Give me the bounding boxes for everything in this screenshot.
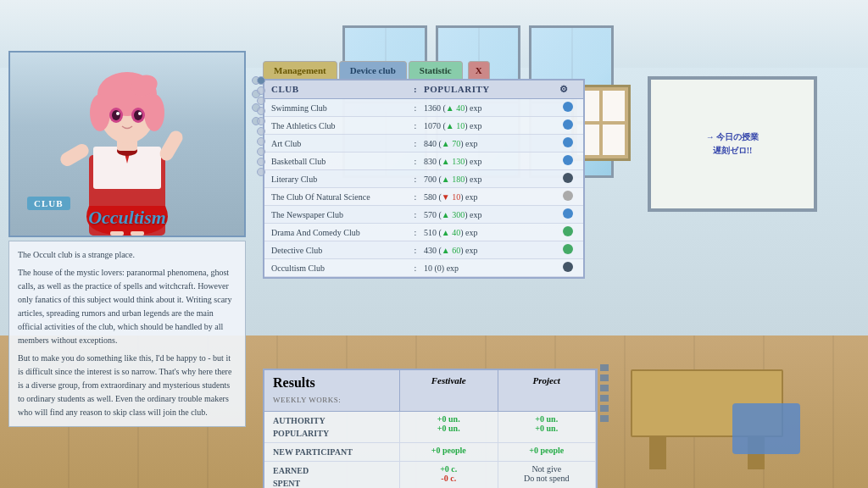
scroll-indicator[interactable]: [257, 127, 265, 136]
scroll-indicator[interactable]: [257, 97, 265, 105]
svg-point-7: [90, 94, 110, 131]
tab-close-button[interactable]: X: [468, 61, 490, 79]
description-p1: The Occult club is a strange place.: [18, 248, 236, 262]
svg-rect-18: [110, 231, 124, 236]
scroll-indicator[interactable]: [257, 86, 265, 95]
table-row: Art club : 840 (▲ 70) exp: [264, 135, 583, 152]
tab-device-club[interactable]: Device club: [339, 61, 407, 79]
results-title: Results: [273, 375, 315, 390]
results-scroll-1[interactable]: [600, 364, 609, 371]
svg-rect-19: [131, 231, 144, 236]
results-subtitle: Weekly works:: [273, 396, 341, 404]
tab-statistic[interactable]: Statistic: [409, 61, 463, 79]
svg-rect-16: [58, 141, 91, 169]
club-name-cell: The newspaper club: [271, 210, 407, 219]
results-scroll-2[interactable]: [600, 374, 609, 381]
description-box: The Occult club is a strange place. The …: [8, 241, 246, 427]
results-scroll-6[interactable]: [600, 415, 609, 422]
results-title-cell: Results Weekly works:: [264, 370, 400, 412]
tab-management[interactable]: Management: [263, 61, 337, 79]
results-scroll-indicators: [599, 364, 609, 483]
svg-point-15: [138, 112, 142, 115]
classroom-chair: [732, 403, 800, 454]
club-name-cell: Drama and Comedy Club: [271, 228, 407, 237]
results-scroll-4[interactable]: [600, 395, 609, 402]
table-row: Swimming club : 1360 (▲ 40) exp: [264, 99, 583, 117]
results-panel: Results Weekly works: Festivale Project …: [263, 369, 598, 488]
tab-bar: Management Device club Statistic X: [263, 61, 598, 79]
results-festivale-authority: +0 un. +0 un.: [400, 412, 498, 443]
header-popularity: Popularity: [424, 84, 559, 95]
club-name-cell: The club of natural science: [271, 192, 407, 202]
table-row: Occultism club : 10 (0) exp: [264, 259, 583, 277]
description-p3: But to make you do something like this, …: [18, 352, 236, 419]
results-project-earned: Not give Do not spend: [498, 462, 597, 488]
results-label-authority: AuthorityPopularity: [264, 412, 400, 443]
scroll-indicator[interactable]: [257, 147, 265, 156]
results-festivale-earned: +0 c. -0 c.: [400, 462, 498, 488]
scroll-indicator[interactable]: [257, 168, 265, 176]
svg-point-12: [112, 110, 120, 120]
table-row: The Athletics Club : 1070 (▲ 10) exp: [264, 117, 583, 135]
table-row: The newspaper club : 570 (▲ 300) exp: [264, 206, 583, 224]
table-scroll-indicators: [256, 76, 266, 364]
results-scroll-5[interactable]: [600, 405, 609, 412]
whiteboard: → 今日の授業 遅刻ゼロ!!: [648, 76, 817, 212]
svg-point-14: [116, 112, 120, 115]
main-panel-wrapper: Management Device club Statistic X Club …: [263, 61, 598, 279]
club-name-cell: Art club: [271, 139, 407, 148]
table-row: The club of natural science : 580 (▼ 10)…: [264, 188, 583, 206]
results-project-header: Project: [498, 370, 597, 412]
whiteboard-text: → 今日の授業 遅刻ゼロ!!: [706, 130, 760, 158]
scroll-indicator[interactable]: [257, 107, 265, 115]
game-container: → 今日の授業 遅刻ゼロ!!: [0, 0, 868, 488]
results-label-earned: EarnedSpent: [264, 462, 400, 488]
table-row: Basketball club : 830 (▲ 130) exp: [264, 152, 583, 170]
club-name-cell: The Athletics Club: [271, 121, 407, 130]
results-festivale-participant: +0 people: [400, 443, 498, 462]
table-header: Club : Popularity ⚙: [264, 80, 583, 99]
svg-point-8: [144, 94, 164, 131]
scroll-indicator[interactable]: [257, 76, 265, 85]
table-row: Literary club : 700 (▲ 180) exp: [264, 170, 583, 188]
results-project-participant: +0 people: [498, 443, 597, 462]
club-table: Club : Popularity ⚙ Swimming club : 1360…: [263, 79, 585, 279]
club-name: Occultism: [19, 207, 236, 229]
description-p2: The house of the mystic lovers: paranorm…: [18, 266, 236, 347]
results-scroll-3[interactable]: [600, 385, 609, 391]
scroll-indicator[interactable]: [257, 137, 265, 146]
club-name-cell: Basketball club: [271, 157, 407, 166]
scroll-indicator[interactable]: [257, 117, 265, 125]
bulletin-item-4: [603, 125, 625, 155]
svg-rect-17: [158, 129, 186, 164]
left-panel: CLUB Occultism The Occult club is a stra…: [8, 51, 259, 474]
results-grid: Results Weekly works: Festivale Project …: [264, 370, 596, 488]
club-name-cell: Literary club: [271, 175, 407, 184]
club-name-cell: Detective Club: [271, 246, 407, 255]
header-club: Club: [271, 84, 407, 95]
header-icon: ⚙: [559, 84, 576, 95]
results-label-participant: New participant: [264, 443, 400, 462]
club-name-cell: Swimming club: [271, 103, 407, 113]
bulletin-item-2: [603, 91, 625, 121]
results-festivale-header: Festivale: [400, 370, 498, 412]
club-name-cell: Occultism club: [271, 263, 407, 273]
scroll-indicator[interactable]: [257, 158, 265, 166]
svg-point-13: [134, 110, 142, 120]
header-sep: :: [407, 84, 424, 95]
table-row: Drama and Comedy Club : 510 (▲ 40) exp: [264, 224, 583, 241]
portrait-area: CLUB Occultism: [8, 51, 246, 237]
results-project-authority: +0 un. +0 un.: [498, 412, 597, 443]
table-row: Detective Club : 430 (▲ 60) exp: [264, 241, 583, 259]
